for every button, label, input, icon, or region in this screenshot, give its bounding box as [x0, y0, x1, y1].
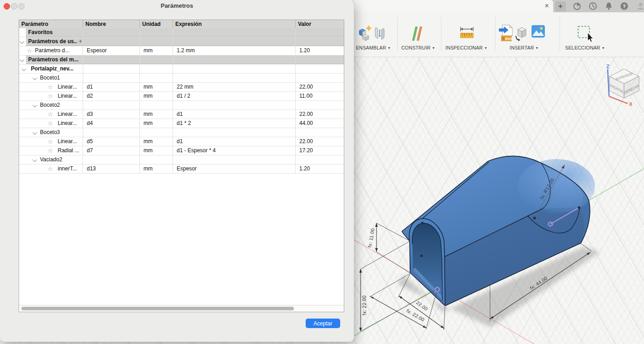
cell-valor[interactable]: 17.20	[296, 146, 344, 155]
extensions-icon[interactable]	[573, 2, 581, 10]
tree-row[interactable]: Portalapiz_nev...	[19, 65, 344, 74]
chevron-expanded-icon[interactable]	[33, 130, 37, 135]
favorite-star-icon[interactable]: ☆	[27, 46, 32, 55]
parameter-row[interactable]: ☆Linear...d3mmd122.00	[19, 110, 344, 119]
cell-valor[interactable]: 11.00	[296, 92, 344, 101]
chevron-expanded-icon[interactable]	[33, 76, 37, 80]
dim-width-front-label[interactable]: 22.00	[415, 300, 429, 312]
cell-valor[interactable]: 22.00	[296, 110, 344, 119]
tab-close-icon[interactable]: ×	[542, 1, 551, 10]
cell-nombre[interactable]: d1	[83, 83, 140, 92]
cell-nombre[interactable]: d13	[83, 165, 140, 174]
tree-row[interactable]: Vaciado2	[19, 155, 344, 165]
measure-icon[interactable]	[459, 26, 475, 41]
favorite-star-icon[interactable]: ☆	[48, 110, 53, 119]
tree-row[interactable]: Parámetros del m...	[19, 55, 344, 65]
cell-nombre[interactable]: d3	[83, 110, 140, 119]
cell-expresion[interactable]: 1.2 mm	[173, 46, 296, 55]
cell-nombre[interactable]: d4	[83, 119, 140, 128]
cell-expresion[interactable]: 22 mm	[173, 83, 296, 92]
joint-icon[interactable]	[374, 26, 385, 42]
document-tab[interactable]: ×	[354, 0, 553, 12]
chevron-expanded-icon[interactable]	[20, 40, 25, 44]
accept-button[interactable]: Aceptar	[306, 319, 340, 328]
cell-expresion[interactable]: Espesor	[173, 165, 296, 174]
view-cube[interactable]: Z X SUPERIOR FRONTAL DERECHA	[599, 63, 644, 108]
favorite-star-icon[interactable]: ☆	[48, 146, 53, 155]
chevron-expanded-icon[interactable]	[33, 158, 37, 162]
tab-insertar[interactable]: INSERTAR▼	[510, 45, 539, 51]
tab-inspeccionar[interactable]: INSPECCIONAR▼	[446, 45, 487, 51]
help-icon[interactable]: ?	[620, 2, 629, 10]
tree-row[interactable]: Boceto1	[19, 74, 344, 83]
favorite-star-icon[interactable]: ☆	[48, 92, 53, 100]
construct-plane-icon[interactable]	[410, 24, 425, 43]
new-component-icon[interactable]	[358, 24, 372, 42]
insert-svg-icon[interactable]: SVG	[499, 24, 513, 43]
cell-unidad[interactable]: mm	[140, 146, 173, 155]
cell-unidad[interactable]: mm	[140, 110, 173, 119]
parameter-row[interactable]: ☆Linear...d1mm22 mm22.00	[19, 83, 344, 92]
tab-ensamblar[interactable]: ENSAMBLAR▼	[356, 45, 391, 51]
parameter-row[interactable]: ☆Linear...d2mmd1 / 211.00	[19, 92, 344, 101]
favorite-star-icon[interactable]: ☆	[48, 165, 53, 173]
select-window-icon[interactable]	[577, 25, 597, 45]
insert-mesh-icon[interactable]	[515, 26, 528, 42]
cell-nombre[interactable]: d5	[83, 137, 140, 146]
new-tab-button[interactable]: +	[555, 1, 566, 11]
parameter-row[interactable]: ☆innerT...d13mmEspesor1.20	[19, 165, 344, 174]
tree-row[interactable]: Boceto2	[19, 101, 344, 110]
dim-width-outer-label[interactable]: fx: 22.00	[362, 295, 367, 315]
cell-unidad[interactable]: mm	[140, 119, 173, 128]
tab-seleccionar[interactable]: SELECCIONAR▼	[565, 45, 605, 51]
chevron-expanded-icon[interactable]	[22, 67, 26, 71]
dim-width-front-fx-label[interactable]: fx: 22.00	[406, 308, 426, 322]
cell-unidad[interactable]: mm	[140, 137, 173, 146]
cell-expresion[interactable]: d1	[173, 137, 296, 146]
cell-expresion[interactable]: d1 - Espesor * 4	[173, 146, 296, 155]
column-header-0[interactable]: Parámetro	[19, 20, 83, 28]
cell-expresion[interactable]: d1 * 2	[173, 119, 296, 128]
cell-nombre[interactable]: d2	[83, 92, 140, 101]
favorite-star-icon[interactable]: ☆	[48, 137, 53, 146]
favorite-star-icon[interactable]: ☆	[48, 83, 53, 91]
cell-valor[interactable]: 44.00	[296, 119, 344, 128]
model-body[interactable]	[402, 156, 595, 306]
cell-expresion[interactable]: d1 / 2	[173, 92, 296, 101]
scrollbar-thumb[interactable]	[21, 307, 294, 310]
parameter-row[interactable]: ☆Linear...d5mmd122.00	[19, 137, 344, 146]
column-header-4[interactable]: Valor	[296, 20, 344, 28]
insert-canvas-icon[interactable]	[531, 25, 545, 38]
cell-nombre[interactable]: d7	[83, 146, 140, 155]
tree-row[interactable]: Boceto3	[19, 128, 344, 137]
tab-construir[interactable]: CONSTRUIR▼	[401, 45, 435, 51]
profile-icon[interactable]	[636, 2, 644, 10]
tree-row[interactable]: Favoritos	[19, 28, 344, 37]
notifications-icon[interactable]	[604, 2, 613, 10]
parameter-row[interactable]: ☆Linear...d4mmd1 * 244.00	[19, 119, 344, 128]
horizontal-scrollbar[interactable]	[19, 305, 344, 312]
cell-unidad[interactable]: mm	[140, 92, 173, 101]
dim-wall-height-label[interactable]: fx: 11.00	[367, 228, 375, 248]
cell-unidad[interactable]: mm	[140, 165, 173, 174]
cell-valor[interactable]: 22.00	[296, 83, 344, 92]
cell-valor[interactable]: 1.20	[296, 165, 344, 174]
parameter-row[interactable]: ☆Parámetro d...Espesormm1.2 mm1.20	[19, 46, 344, 55]
tree-row[interactable]: Parámetros de us..+	[19, 37, 344, 46]
cell-expresion[interactable]: d1	[173, 110, 296, 119]
column-header-2[interactable]: Unidad	[140, 20, 173, 28]
chevron-expanded-icon[interactable]	[33, 103, 37, 108]
cell-unidad[interactable]: mm	[140, 83, 173, 92]
add-parameter-icon[interactable]: +	[79, 38, 82, 45]
cell-valor[interactable]: 1.20	[296, 46, 344, 55]
cell-valor[interactable]: 22.00	[296, 137, 344, 146]
column-header-1[interactable]: Nombre	[83, 20, 140, 28]
column-header-3[interactable]: Expresión	[173, 20, 296, 28]
dialog-titlebar[interactable]: Parámetros	[0, 0, 354, 11]
parameter-row[interactable]: ☆Radial ...d7mmd1 - Espesor * 417.20	[19, 146, 344, 155]
favorite-star-icon[interactable]: ☆	[48, 119, 53, 128]
cell-nombre[interactable]: Espesor	[83, 46, 140, 55]
job-status-icon[interactable]	[589, 2, 597, 10]
cell-unidad[interactable]: mm	[140, 46, 173, 55]
chevron-expanded-icon[interactable]	[20, 58, 25, 62]
